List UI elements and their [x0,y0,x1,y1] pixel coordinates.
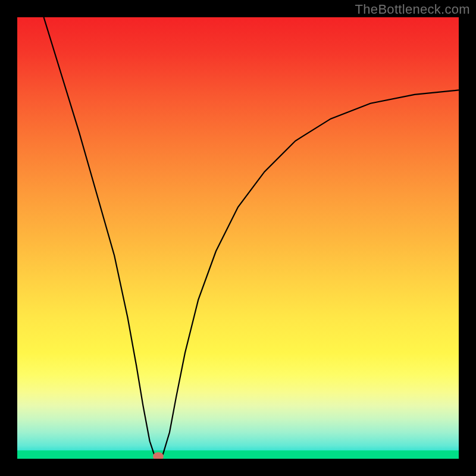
watermark-text: TheBottleneck.com [355,2,470,17]
optimum-marker [153,452,164,459]
bottleneck-curve [44,17,459,456]
curve-svg [17,17,459,459]
plot-area [17,17,459,459]
chart-frame: TheBottleneck.com [0,0,476,476]
